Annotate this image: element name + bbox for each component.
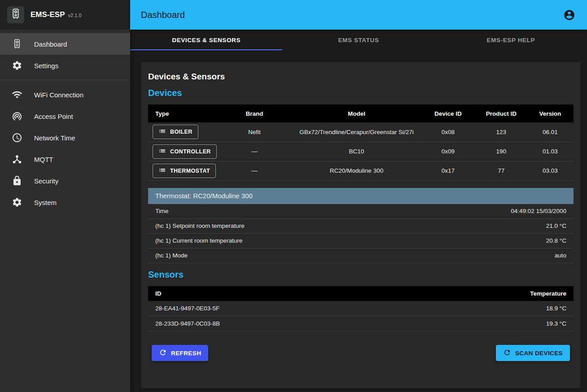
sidebar-item-settings[interactable]: Settings	[0, 55, 130, 76]
devices-sensors-card: Devices & Sensors Devices Type Brand Mod…	[141, 62, 581, 388]
device-row-controller[interactable]: CONTROLLER — BC10 0x09 190 01.03	[148, 142, 574, 161]
device-model: BC10	[293, 142, 420, 161]
sidebar-item-dashboard[interactable]: Dashboard	[0, 33, 130, 55]
clock-icon	[12, 132, 22, 143]
refresh-button-label: REFRESH	[171, 350, 201, 357]
app-bar: Dashboard	[130, 0, 587, 30]
device-type-label: THERMOSTAT	[170, 168, 210, 174]
scan-devices-button[interactable]: SCAN DEVICES	[496, 345, 570, 361]
device-version: 06.01	[527, 122, 574, 142]
column-header: Version	[527, 105, 574, 122]
tab-ems-status[interactable]: EMS STATUS	[282, 30, 434, 50]
refresh-icon	[159, 348, 167, 358]
page-title: Dashboard	[141, 10, 185, 20]
tab-devices-sensors[interactable]: DEVICES & SENSORS	[130, 30, 282, 50]
refresh-icon	[503, 348, 511, 358]
sensor-id: 28-233D-9497-0C03-8B	[148, 316, 446, 331]
scan-devices-button-label: SCAN DEVICES	[515, 350, 563, 357]
column-header: Product ID	[476, 105, 527, 122]
sensors-table-header: ID Temperature	[148, 286, 574, 301]
data-label: (hc 1) Mode	[155, 252, 188, 259]
system-gear-icon	[12, 197, 22, 208]
sidebar-item-label: MQTT	[34, 156, 53, 163]
column-header: Type	[148, 105, 216, 122]
sensors-heading: Sensors	[148, 270, 574, 280]
sidebar-menu: Dashboard Settings WiFi Connection Acces…	[0, 30, 130, 213]
card-title: Devices & Sensors	[148, 72, 574, 82]
sidebar-item-network-time[interactable]: Network Time	[0, 127, 130, 148]
data-value: 21.0 °C	[546, 222, 566, 229]
app-title: EMS-ESP v2.1.0	[31, 10, 82, 19]
column-header: Temperature	[446, 286, 574, 301]
sensor-temperature: 18.9 °C	[446, 301, 574, 316]
device-data-row: (hc 1) Mode auto	[148, 248, 574, 263]
selected-device-header: Thermostat: RC20/Moduline 300	[148, 188, 574, 204]
content-area: Devices & Sensors Devices Type Brand Mod…	[130, 50, 587, 392]
device-brand: —	[216, 161, 293, 180]
list-icon	[158, 166, 166, 175]
data-label: Time	[155, 208, 169, 214]
product-id: 190	[476, 142, 527, 161]
device-version: 03.03	[527, 161, 574, 180]
data-label: (hc 1) Current room temperature	[155, 237, 242, 244]
mqtt-hub-icon	[12, 154, 22, 165]
device-row-thermostat[interactable]: THERMOSTAT — RC20/Moduline 300 0x17 77 0…	[148, 161, 574, 180]
sidebar-item-mqtt[interactable]: MQTT	[0, 148, 130, 170]
list-icon	[158, 147, 166, 156]
device-version: 01.03	[527, 142, 574, 161]
data-label: (hc 1) Setpoint room temperature	[155, 222, 245, 229]
sidebar-item-system[interactable]: System	[0, 192, 130, 213]
boiler-device-icon	[10, 8, 22, 22]
data-value: 04:49:02 15/03/2000	[511, 208, 566, 214]
sidebar-item-wifi-connection[interactable]: WiFi Connection	[0, 84, 130, 105]
device-model: RC20/Moduline 300	[293, 161, 420, 180]
access-point-icon	[12, 111, 22, 122]
sidebar-item-label: Settings	[34, 62, 58, 70]
refresh-button[interactable]: REFRESH	[152, 345, 208, 361]
column-header: Device ID	[421, 105, 476, 122]
sidebar-item-access-point[interactable]: Access Point	[0, 105, 130, 127]
device-type-label: BOILER	[170, 129, 193, 135]
sidebar-item-security[interactable]: Security	[0, 170, 130, 192]
list-icon	[158, 127, 166, 136]
device-data-list: Time 04:49:02 15/03/2000 (hc 1) Setpoint…	[148, 204, 574, 263]
device-type-button[interactable]: BOILER	[153, 125, 198, 139]
sidebar-header: EMS-ESP v2.1.0	[0, 0, 130, 30]
sidebar-item-label: WiFi Connection	[34, 91, 83, 99]
app-name: EMS-ESP	[31, 10, 65, 19]
device-id: 0x09	[421, 142, 476, 161]
sensor-id: 28-EA41-9497-0E03-5F	[148, 301, 446, 316]
device-brand: —	[216, 142, 293, 161]
device-type-button[interactable]: CONTROLLER	[153, 144, 217, 159]
app-version: v2.1.0	[68, 13, 82, 18]
app-logo	[7, 6, 24, 23]
data-value: 20.8 °C	[546, 237, 566, 244]
devices-table: Type Brand Model Device ID Product ID Ve…	[148, 105, 574, 181]
settings-gear-icon	[12, 60, 22, 71]
device-data-row: Time 04:49:02 15/03/2000	[148, 204, 574, 219]
device-data-row: (hc 1) Setpoint room temperature 21.0 °C	[148, 219, 574, 234]
main-area: Dashboard DEVICES & SENSORS EMS STATUS E…	[130, 0, 587, 392]
product-id: 77	[476, 161, 527, 180]
product-id: 123	[476, 122, 527, 142]
device-row-boiler[interactable]: BOILER Nefit GBx72/Trendline/Cerapur/Gre…	[148, 122, 574, 142]
sensor-row: 28-233D-9497-0C03-8B 19.3 °C	[148, 316, 574, 331]
account-icon[interactable]	[563, 9, 575, 21]
column-header: Brand	[216, 105, 293, 122]
column-header: ID	[148, 286, 446, 301]
device-brand: Nefit	[216, 122, 293, 142]
tab-ems-esp-help[interactable]: EMS-ESP HELP	[435, 30, 587, 50]
actions-row: REFRESH SCAN DEVICES	[148, 345, 574, 361]
device-type-label: CONTROLLER	[170, 148, 211, 155]
sidebar-item-label: Access Point	[34, 113, 73, 120]
device-type-button[interactable]: THERMOSTAT	[153, 164, 216, 178]
sidebar-divider	[0, 80, 130, 80]
devices-heading: Devices	[148, 88, 574, 98]
tab-bar: DEVICES & SENSORS EMS STATUS EMS-ESP HEL…	[130, 30, 587, 50]
lock-icon	[12, 175, 22, 186]
sidebar-item-label: Dashboard	[34, 40, 67, 48]
device-data-row: (hc 1) Current room temperature 20.8 °C	[148, 234, 574, 248]
sensors-table: ID Temperature 28-EA41-9497-0E03-5F 18.9…	[148, 286, 574, 332]
column-header: Model	[293, 105, 420, 122]
sidebar: EMS-ESP v2.1.0 Dashboard Settings	[0, 0, 130, 392]
